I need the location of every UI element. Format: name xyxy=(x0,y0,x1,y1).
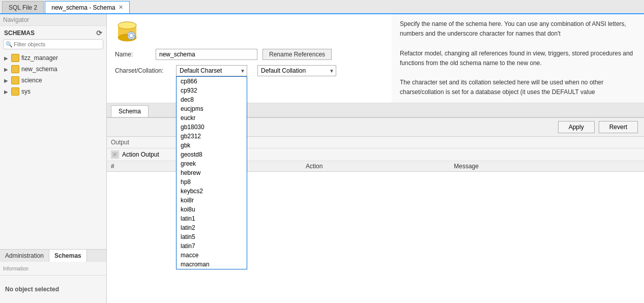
apply-button[interactable]: Apply xyxy=(558,121,595,133)
sidebar: Navigator SCHEMAS ⟳ 🔍 ▶ fizz_manager ▶ n… xyxy=(0,14,107,303)
output-label: Output xyxy=(111,139,129,146)
sidebar-bottom-tabs: Administration Schemas xyxy=(0,250,106,262)
schema-icon xyxy=(11,76,19,84)
list-item[interactable]: greek xyxy=(177,159,247,168)
expand-arrow: ▶ xyxy=(4,78,10,83)
schema-icon xyxy=(11,54,19,62)
col-header-action: Action xyxy=(302,161,450,172)
collation-select[interactable]: Default Collation xyxy=(257,65,336,76)
name-row: Name: Rename References xyxy=(115,49,384,60)
list-item[interactable]: ▶ sys xyxy=(0,86,106,97)
expand-arrow: ▶ xyxy=(4,67,10,72)
list-item[interactable]: gb2312 xyxy=(177,132,247,141)
list-item[interactable]: macroman xyxy=(177,260,247,269)
description-area: Specify the name of the schema here. You… xyxy=(392,14,644,103)
list-item[interactable]: latin7 xyxy=(177,241,247,251)
list-item[interactable]: gb18030 xyxy=(177,123,247,132)
information-label: Information xyxy=(3,266,28,271)
action-output-icon xyxy=(111,150,119,159)
sidebar-item-administration[interactable]: Administration xyxy=(0,250,49,262)
rename-references-button[interactable]: Rename References xyxy=(262,49,332,60)
charset-label: Charset/Collation: xyxy=(115,67,176,74)
charset-row: Charset/Collation: Default Charset ▼ cp8… xyxy=(115,65,384,76)
administration-label: Administration xyxy=(5,252,44,259)
list-item[interactable]: sjis xyxy=(177,269,247,269)
action-output-label: Action Output xyxy=(122,151,159,158)
db-icon-container xyxy=(115,20,384,45)
revert-button[interactable]: Revert xyxy=(599,121,638,133)
list-item[interactable]: eucjpms xyxy=(177,104,247,113)
schema-name: sys xyxy=(21,88,31,95)
col-header-hash: # xyxy=(107,161,175,172)
list-item[interactable]: ▶ new_schema xyxy=(0,64,106,75)
tab-new-schema[interactable]: new_schema - Schema ✕ xyxy=(45,1,129,13)
charset-dropdown-list[interactable]: cp866cp932dec8eucjpmseuckrgb18030gb2312g… xyxy=(176,76,247,269)
svg-point-5 xyxy=(129,34,133,38)
name-label: Name: xyxy=(115,51,156,58)
list-item[interactable]: dec8 xyxy=(177,95,247,104)
list-item[interactable]: cp866 xyxy=(177,77,247,86)
top-section: Name: Rename References Charset/Collatio… xyxy=(107,14,644,103)
list-item[interactable]: keybcs2 xyxy=(177,187,247,196)
list-item[interactable]: ▶ fizz_manager xyxy=(0,52,106,64)
search-input[interactable] xyxy=(3,39,103,49)
schema-icon xyxy=(11,65,19,73)
list-item[interactable]: geostd8 xyxy=(177,150,247,159)
schemas-label: SCHEMAS xyxy=(4,29,35,37)
charset-dropdown-container: Default Charset ▼ cp866cp932dec8eucjpmse… xyxy=(176,65,247,76)
navigator-label: Navigator xyxy=(3,16,29,23)
close-icon[interactable]: ✕ xyxy=(119,4,123,11)
tab-schema[interactable]: Schema xyxy=(111,105,149,117)
schema-name: science xyxy=(21,77,42,84)
list-item[interactable]: cp932 xyxy=(177,86,247,95)
list-item[interactable]: macce xyxy=(177,251,247,260)
schema-icon xyxy=(11,87,19,96)
schema-name: fizz_manager xyxy=(21,54,58,62)
list-item[interactable]: koi8u xyxy=(177,205,247,214)
schema-tab-label: Schema xyxy=(119,108,141,115)
description-text: Specify the name of the schema here. You… xyxy=(400,20,633,96)
list-item[interactable]: hp8 xyxy=(177,177,247,187)
list-item[interactable]: latin1 xyxy=(177,214,247,223)
tab-bar: SQL File 2 new_schema - Schema ✕ xyxy=(0,0,644,14)
name-input[interactable] xyxy=(156,49,257,60)
content-area: Name: Rename References Charset/Collatio… xyxy=(107,14,644,303)
no-object-label: No object selected xyxy=(0,276,106,303)
svg-point-3 xyxy=(118,22,136,29)
refresh-icon[interactable]: ⟳ xyxy=(96,29,102,37)
information-section: Information xyxy=(0,262,106,276)
tab-label: new_schema - Schema xyxy=(51,4,115,11)
editor-left: Name: Rename References Charset/Collatio… xyxy=(107,14,392,103)
main-layout: Navigator SCHEMAS ⟳ 🔍 ▶ fizz_manager ▶ n… xyxy=(0,14,644,303)
list-item[interactable]: gbk xyxy=(177,141,247,150)
charset-select[interactable]: Default Charset xyxy=(176,65,247,76)
sidebar-item-schemas[interactable]: Schemas xyxy=(49,250,87,262)
schema-list: ▶ fizz_manager ▶ new_schema ▶ science ▶ … xyxy=(0,52,106,249)
list-item[interactable]: koi8r xyxy=(177,196,247,205)
search-icon: 🔍 xyxy=(6,41,13,48)
list-item[interactable]: hebrew xyxy=(177,168,247,177)
list-item[interactable]: euckr xyxy=(177,113,247,123)
schemas-title: SCHEMAS ⟳ xyxy=(0,26,106,39)
filter-box: 🔍 xyxy=(3,39,103,49)
sidebar-bottom: Administration Schemas Information No ob… xyxy=(0,249,106,303)
navigator-header: Navigator xyxy=(0,14,106,26)
schema-name: new_schema xyxy=(21,66,57,73)
expand-arrow: ▶ xyxy=(4,89,10,95)
list-item[interactable]: latin2 xyxy=(177,223,247,232)
list-item[interactable]: ▶ science xyxy=(0,75,106,86)
list-item[interactable]: latin5 xyxy=(177,232,247,241)
db-icon xyxy=(115,20,139,45)
col-header-message: Message xyxy=(450,161,644,172)
expand-arrow: ▶ xyxy=(4,55,10,61)
schemas-label: Schemas xyxy=(54,252,81,259)
tab-sql-file-2[interactable]: SQL File 2 xyxy=(2,1,44,13)
tab-label: SQL File 2 xyxy=(9,4,37,11)
